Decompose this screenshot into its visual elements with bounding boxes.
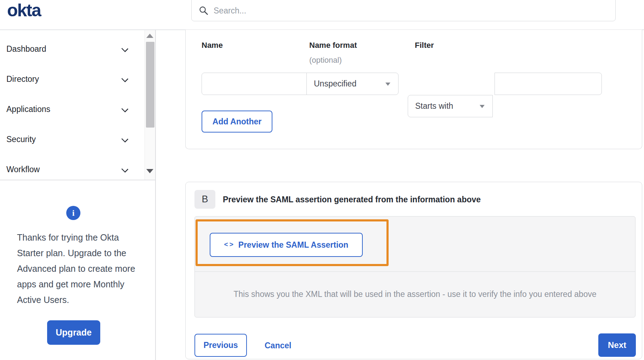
promo-text: Thanks for trying the Okta Starter plan.…	[17, 230, 142, 308]
name-label: Name	[202, 41, 223, 50]
search-box	[191, 0, 616, 21]
chevron-down-icon	[121, 105, 128, 112]
search-icon	[199, 6, 209, 16]
next-button[interactable]: Next	[598, 333, 636, 357]
sidebar-scrollbar[interactable]	[145, 30, 155, 180]
chevron-down-icon	[121, 75, 128, 82]
okta-logo[interactable]: okta	[7, 0, 41, 21]
filter-label: Filter	[415, 41, 434, 50]
sidebar-item-applications[interactable]: Applications	[0, 98, 145, 120]
sidebar-item-label: Workflow	[6, 165, 40, 174]
okta-admin-page: okta Dashboard Directory Applications Se…	[0, 0, 644, 360]
sidebar-item-dashboard[interactable]: Dashboard	[0, 38, 145, 60]
preview-description: This shows you the XML that will be used…	[195, 289, 635, 299]
cancel-link[interactable]: Cancel	[265, 341, 291, 350]
chevron-down-icon	[121, 165, 128, 173]
name-input[interactable]	[202, 73, 307, 95]
sidebar-nav: Dashboard Directory Applications Securit…	[0, 30, 156, 180]
sidebar-item-label: Dashboard	[6, 44, 46, 54]
sidebar-item-workflow[interactable]: Workflow	[0, 158, 145, 181]
scroll-down-icon[interactable]	[146, 169, 153, 173]
filter-operator-select[interactable]: Starts with	[408, 95, 493, 117]
optional-label: (optional)	[309, 56, 342, 65]
caret-down-icon	[385, 83, 390, 86]
saml-preview-panel: B Preview the SAML assertion generated f…	[185, 182, 642, 359]
sidebar-item-security[interactable]: Security	[0, 128, 145, 151]
filter-value-input[interactable]	[495, 73, 602, 95]
sidebar-item-directory[interactable]: Directory	[0, 68, 145, 90]
name-format-value: Unspecified	[314, 79, 356, 89]
name-format-label: Name format	[309, 41, 357, 50]
caret-down-icon	[480, 105, 485, 108]
filter-operator-value: Starts with	[415, 101, 453, 111]
previous-button[interactable]: Previous	[194, 334, 247, 357]
add-another-button[interactable]: Add Another	[202, 111, 272, 133]
chevron-down-icon	[121, 45, 128, 52]
highlight-annotation	[196, 219, 389, 266]
section-heading: Preview the SAML assertion generated fro…	[223, 195, 481, 204]
sidebar-item-label: Applications	[6, 105, 50, 114]
sidebar-nav-bottom-border	[0, 180, 155, 180]
info-icon: i	[66, 206, 80, 220]
upgrade-button[interactable]: Upgrade	[47, 320, 100, 345]
name-format-select[interactable]: Unspecified	[306, 73, 399, 95]
step-badge: B	[194, 190, 215, 209]
preview-box-divider	[195, 271, 635, 272]
attribute-panel: Name Name format (optional) Filter Unspe…	[185, 30, 642, 149]
chevron-down-icon	[121, 135, 128, 142]
sidebar-item-label: Security	[6, 135, 36, 144]
sidebar-item-label: Directory	[6, 74, 39, 84]
scrollbar-thumb[interactable]	[146, 42, 154, 128]
search-input[interactable]	[214, 6, 608, 16]
scroll-up-icon[interactable]	[146, 34, 153, 38]
